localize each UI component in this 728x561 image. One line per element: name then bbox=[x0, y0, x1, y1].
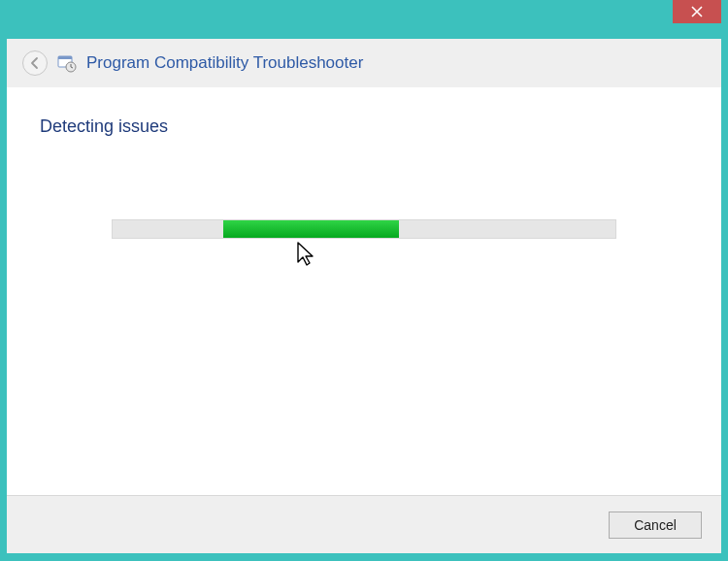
progress-bar bbox=[112, 219, 616, 239]
troubleshooter-icon bbox=[57, 53, 77, 73]
cursor-icon bbox=[296, 241, 315, 268]
arrow-left-icon bbox=[28, 56, 42, 70]
cancel-button[interactable]: Cancel bbox=[609, 512, 702, 539]
page-heading: Detecting issues bbox=[40, 116, 688, 137]
titlebar bbox=[0, 0, 728, 29]
wizard-title: Program Compatibility Troubleshooter bbox=[86, 53, 363, 73]
content-panel: Detecting issues bbox=[7, 87, 721, 495]
svg-rect-1 bbox=[58, 56, 72, 59]
progress-fill bbox=[223, 220, 399, 238]
back-button[interactable] bbox=[22, 50, 48, 76]
footer-bar: Cancel bbox=[7, 495, 721, 553]
wizard-header: Program Compatibility Troubleshooter bbox=[7, 39, 721, 87]
close-icon bbox=[691, 6, 703, 17]
window-frame: Program Compatibility Troubleshooter Det… bbox=[0, 0, 728, 561]
close-button[interactable] bbox=[673, 0, 721, 23]
